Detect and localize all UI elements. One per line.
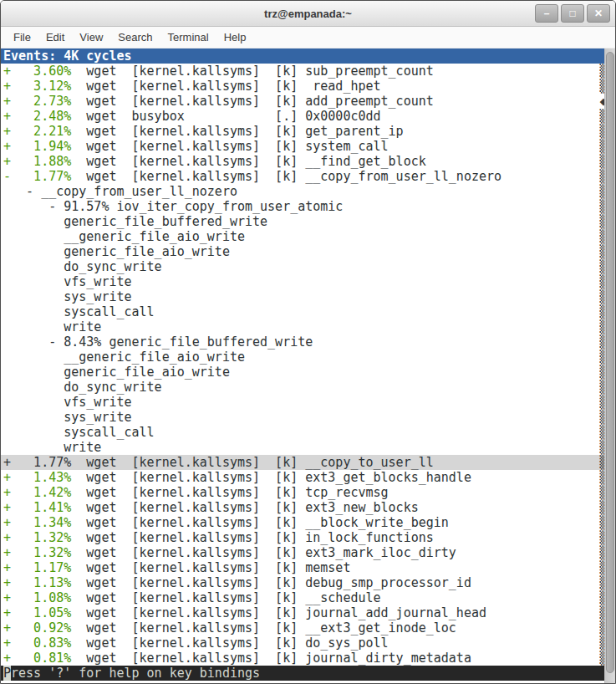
perf-entry-row[interactable]: + 1.34% wget [kernel.kallsyms] [k] __blo… [1, 515, 605, 530]
terminal-screen[interactable]: Events: 4K cycles + 3.60% wget [kernel.k… [1, 48, 615, 683]
scrollbar[interactable] [604, 48, 615, 683]
menu-file[interactable]: File [6, 28, 38, 47]
perf-entry-row[interactable]: + 1.88% wget [kernel.kallsyms] [k] __fin… [1, 154, 605, 169]
perf-events-header: Events: 4K cycles [1, 48, 605, 64]
perf-entry-row[interactable]: + 1.43% wget [kernel.kallsyms] [k] ext3_… [1, 470, 605, 485]
perf-entry-row[interactable]: + 1.13% wget [kernel.kallsyms] [k] debug… [1, 575, 605, 590]
callchain-row[interactable]: syscall_call ▒ [1, 425, 605, 440]
window-title: trz@empanada:~ [264, 8, 352, 20]
perf-entry-row[interactable]: + 2.73% wget [kernel.kallsyms] [k] add_p… [1, 94, 605, 109]
perf-entry-row[interactable]: + 1.08% wget [kernel.kallsyms] [k] __sch… [1, 590, 605, 605]
perf-entry-row[interactable]: + 3.60% wget [kernel.kallsyms] [k] sub_p… [1, 64, 605, 79]
menu-view[interactable]: View [72, 28, 110, 47]
callchain-row[interactable]: __generic_file_aio_write ▒ [1, 350, 605, 365]
close-icon[interactable]: ✕ [587, 4, 610, 23]
perf-entry-row[interactable]: + 1.17% wget [kernel.kallsyms] [k] memse… [1, 560, 605, 575]
status-bar: Press '?' for help on key bindings [1, 666, 605, 681]
perf-entry-row[interactable]: + 1.42% wget [kernel.kallsyms] [k] tcp_r… [1, 485, 605, 500]
terminal-window: trz@empanada:~ – □ ✕ File Edit View Sear… [0, 0, 616, 684]
title-bar[interactable]: trz@empanada:~ – □ ✕ [1, 1, 615, 27]
minimize-icon[interactable]: – [535, 4, 558, 23]
perf-entry-row[interactable]: + 1.41% wget [kernel.kallsyms] [k] ext3_… [1, 500, 605, 515]
perf-entry-row[interactable]: + 1.94% wget [kernel.kallsyms] [k] syste… [1, 139, 605, 154]
callchain-row[interactable]: sys_write ▒ [1, 289, 605, 304]
callchain-row[interactable]: do_sync_write ▒ [1, 259, 605, 274]
callchain-row[interactable]: - 8.43% generic_file_buffered_write ▒ [1, 334, 605, 350]
terminal-rows: Events: 4K cycles + 3.60% wget [kernel.k… [1, 48, 615, 681]
perf-entry-row[interactable]: + 1.77% wget [kernel.kallsyms] [k] __cop… [1, 455, 605, 470]
perf-entry-row[interactable]: + 2.21% wget [kernel.kallsyms] [k] get_p… [1, 124, 605, 139]
callchain-row[interactable]: - 91.57% iov_iter_copy_from_user_atomic … [1, 199, 605, 214]
callchain-row[interactable]: syscall_call ▒ [1, 304, 605, 319]
callchain-row[interactable]: write ▒ [1, 440, 605, 455]
callchain-row[interactable]: sys_write ▒ [1, 410, 605, 425]
callchain-row[interactable]: __generic_file_aio_write ▒ [1, 229, 605, 244]
callchain-row[interactable]: do_sync_write ▒ [1, 380, 605, 395]
perf-entry-row[interactable]: + 1.05% wget [kernel.kallsyms] [k] journ… [1, 605, 605, 620]
terminal-cursor: P [3, 666, 11, 681]
menu-bar: File Edit View Search Terminal Help [1, 27, 615, 48]
callchain-row[interactable]: generic_file_aio_write ▒ [1, 365, 605, 380]
perf-entry-row[interactable]: + 0.92% wget [kernel.kallsyms] [k] __ext… [1, 620, 605, 636]
callchain-row[interactable]: generic_file_aio_write ▒ [1, 244, 605, 259]
menu-edit[interactable]: Edit [38, 28, 72, 47]
maximize-icon[interactable]: □ [561, 4, 584, 23]
callchain-row[interactable]: vfs_write ▒ [1, 395, 605, 410]
menu-help[interactable]: Help [216, 28, 254, 47]
window-controls: – □ ✕ [535, 4, 610, 23]
perf-entry-row[interactable]: + 1.32% wget [kernel.kallsyms] [k] in_lo… [1, 530, 605, 545]
perf-entry-row[interactable]: + 2.48% wget busybox [.] 0x0000c0dd ▒ [1, 109, 605, 124]
menu-terminal[interactable]: Terminal [160, 28, 216, 47]
perf-entry-row[interactable]: + 0.83% wget [kernel.kallsyms] [k] do_sy… [1, 636, 605, 651]
callchain-row[interactable]: generic_file_buffered_write ▒ [1, 214, 605, 229]
scrollbar-thumb[interactable] [606, 52, 614, 673]
menu-search[interactable]: Search [110, 28, 160, 47]
perf-entry-row[interactable]: + 1.32% wget [kernel.kallsyms] [k] ext3_… [1, 545, 605, 560]
perf-entry-row[interactable]: + 3.12% wget [kernel.kallsyms] [k] read_… [1, 79, 605, 94]
perf-entry-row[interactable]: + 0.81% wget [kernel.kallsyms] [k] journ… [1, 651, 605, 666]
callchain-row[interactable]: vfs_write ▒ [1, 274, 605, 289]
callchain-row[interactable]: - __copy_from_user_ll_nozero ▒ [1, 184, 605, 199]
callchain-row[interactable]: write ▒ [1, 319, 605, 334]
perf-entry-row[interactable]: - 1.77% wget [kernel.kallsyms] [k] __cop… [1, 169, 605, 184]
